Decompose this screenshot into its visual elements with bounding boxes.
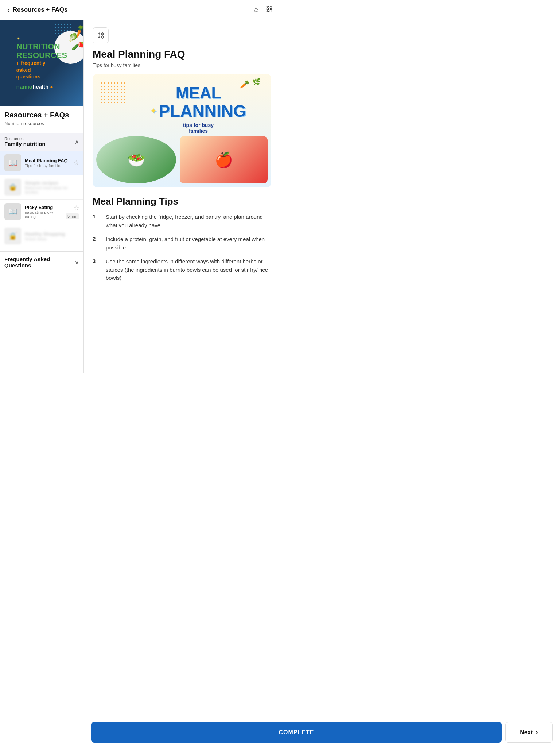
- right-panel: ⛓ Meal Planning FAQ Tips for busy famili…: [84, 20, 280, 373]
- item-right-picky: ☆ 5 min: [66, 204, 79, 219]
- item-thumb-picky-eating: 📖: [4, 203, 21, 220]
- back-icon: ‹: [7, 6, 10, 14]
- list-item-healthy-shopping[interactable]: 🛒 🔒 Healthy Shopping Snack ideas: [0, 224, 83, 248]
- hero-content: ☀ NUTRITIONRESOURCES + frequentlyaskedqu…: [11, 30, 73, 96]
- item-desc: Tips for busy families: [25, 163, 70, 168]
- item-info-simple-recipes: Simple recipes Balanced meal ideas for f…: [25, 180, 79, 194]
- tip-item-3: 3 Use the same ingredients in different …: [93, 258, 271, 282]
- tip-text-1: Start by checking the fridge, freezer, a…: [106, 213, 271, 229]
- link-icon: ⛓: [97, 31, 104, 40]
- left-subtitle: Nutrition resources: [4, 121, 79, 126]
- tip-text-3: Use the same ingredients in different wa…: [106, 258, 271, 282]
- sun-decoration: ☀: [16, 36, 67, 41]
- food-images-row: 🥗 🍎: [96, 136, 268, 183]
- section-label: Resources: [4, 136, 46, 141]
- content-subtitle: Tips for busy families: [93, 62, 271, 68]
- item-thumb-simple-recipes: 🍽 🔒: [4, 179, 21, 196]
- bookmark-star-icon[interactable]: ☆: [73, 159, 79, 167]
- list-item-simple-recipes[interactable]: 🍽 🔒 Simple recipes Balanced meal ideas f…: [0, 175, 83, 200]
- tomato-icon: 🍅: [78, 40, 83, 48]
- nav-title: Resources + FAQs: [13, 6, 68, 13]
- hero-brand: namiohealth ●: [16, 84, 67, 90]
- section-collapse-icon[interactable]: ∧: [75, 138, 79, 145]
- hero-title-green: NUTRITIONRESOURCES: [16, 42, 67, 60]
- item-info-meal-planning: Meal Planning FAQ Tips for busy families: [25, 158, 70, 168]
- item-thumb-meal-planning: 📖: [4, 154, 21, 171]
- bookmark-star-picky-icon[interactable]: ☆: [73, 204, 79, 212]
- meal-planning-image-block: 🥕 🌿 MEAL ✦ PLANNING tips for busyfamilie…: [93, 74, 271, 187]
- section-title: Family nutrition: [4, 141, 46, 147]
- item-name-picky: Picky Eating: [25, 205, 62, 210]
- item-thumb-healthy-shopping: 🛒 🔒: [4, 228, 21, 244]
- nav-icons: ☆ ⛓: [252, 5, 273, 15]
- tip-number-3: 3: [93, 258, 100, 264]
- top-navigation: ‹ Resources + FAQs ☆ ⛓: [0, 0, 280, 20]
- item-info-picky-eating: Picky Eating navigating picky eating: [25, 205, 62, 219]
- tips-list: 1 Start by checking the fridge, freezer,…: [93, 213, 271, 282]
- link-copy-button[interactable]: ⛓: [93, 27, 109, 43]
- left-panel: 🥕 🥬 🍅 🥒 ☀ NUTRITIONRESOURCES + frequentl…: [0, 20, 84, 373]
- item-desc-shopping-locked: Snack ideas: [25, 237, 79, 241]
- lock-overlay-healthy-shopping: 🔒: [4, 228, 21, 244]
- lunchbox-image: 🥗: [96, 136, 176, 183]
- hero-image: 🥕 🥬 🍅 🥒 ☀ NUTRITIONRESOURCES + frequentl…: [0, 20, 83, 106]
- faq-title: Frequently Asked Questions: [4, 256, 75, 268]
- tip-number-1: 1: [93, 213, 100, 220]
- item-desc-locked: Balanced meal ideas for families: [25, 186, 79, 194]
- book-icon: 📖: [8, 158, 18, 167]
- left-info: Resources + FAQs Nutrition resources: [0, 106, 83, 129]
- dots-orange-decoration: [100, 81, 125, 103]
- tip-item-2: 2 Include a protein, grain, and fruit or…: [93, 235, 271, 252]
- bookmark-icon[interactable]: ☆: [252, 5, 260, 15]
- tip-item-1: 1 Start by checking the fridge, freezer,…: [93, 213, 271, 229]
- picky-eating-icon: 📖: [8, 207, 18, 216]
- section-header-family-nutrition[interactable]: Resources Family nutrition ∧: [0, 133, 83, 151]
- item-name-locked: Simple recipes: [25, 180, 79, 186]
- yellow-spark-icon: ✦: [150, 107, 156, 115]
- lock-overlay-simple-recipes: 🔒: [4, 179, 21, 196]
- content-title: Meal Planning FAQ: [93, 49, 271, 60]
- hero-title-orange: + frequentlyaskedquestions: [16, 60, 67, 80]
- tip-number-2: 2: [93, 235, 100, 242]
- tips-subtitle: tips for busyfamilies: [133, 122, 264, 134]
- meal-text-block: MEAL ✦ PLANNING tips for busyfamilies: [133, 85, 264, 134]
- leaf-decoration: 🌿: [252, 78, 260, 86]
- time-badge-picky: 5 min: [66, 213, 79, 219]
- planning-title: ✦ PLANNING: [133, 101, 264, 121]
- list-item-picky-eating[interactable]: 📖 Picky Eating navigating picky eating ☆…: [0, 200, 83, 224]
- list-item-meal-planning-faq[interactable]: 📖 Meal Planning FAQ Tips for busy famili…: [0, 151, 83, 175]
- left-main-title: Resources + FAQs: [4, 111, 79, 119]
- item-name: Meal Planning FAQ: [25, 158, 70, 163]
- item-right-meal-planning: ☆: [73, 159, 79, 167]
- faq-chevron-icon[interactable]: ∨: [75, 259, 79, 266]
- item-info-healthy-shopping: Healthy Shopping Snack ideas: [25, 231, 79, 241]
- fruit-bowl-image: 🍎: [180, 136, 268, 183]
- back-button[interactable]: ‹ Resources + FAQs: [7, 6, 67, 14]
- link-share-icon[interactable]: ⛓: [265, 5, 273, 15]
- item-name-shopping-locked: Healthy Shopping: [25, 231, 79, 237]
- tip-text-2: Include a protein, grain, and fruit or v…: [106, 235, 271, 252]
- faq-section-header[interactable]: Frequently Asked Questions ∨: [0, 251, 83, 273]
- main-layout: 🥕 🥬 🍅 🥒 ☀ NUTRITIONRESOURCES + frequentl…: [0, 20, 280, 373]
- section-header-text: Resources Family nutrition: [4, 136, 46, 147]
- item-desc-picky: navigating picky eating: [25, 210, 62, 219]
- meal-title: MEAL: [133, 85, 264, 101]
- tips-section-title: Meal Planning Tips: [93, 196, 271, 207]
